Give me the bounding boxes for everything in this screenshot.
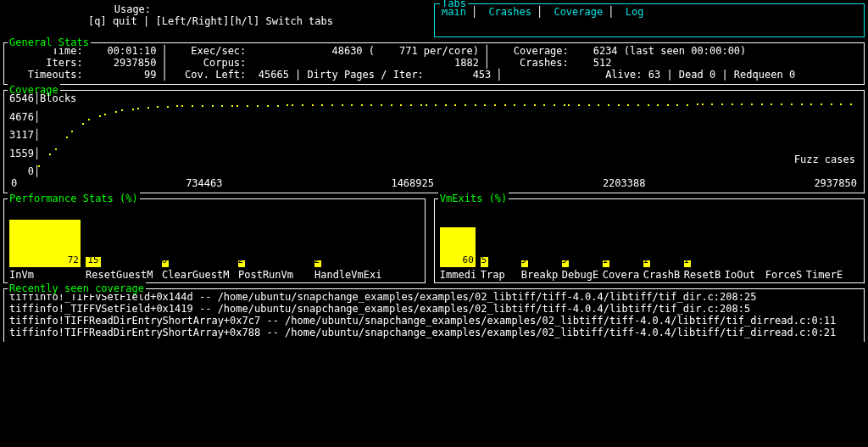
bar-col: 2PostRunVm — [238, 203, 314, 281]
tab-sep: │ — [603, 6, 619, 18]
bar-col: 2HandleVmExi — [314, 203, 391, 281]
bar-label: HandleVmExi — [314, 269, 391, 281]
stats-row: Time: 00:01:10│ Exec/sec: 48630 ( 771 pe… — [9, 45, 859, 57]
bar-col: 1ResetB — [684, 203, 725, 281]
bar-label: PostRunVm — [238, 269, 314, 281]
bar: 15 — [86, 257, 101, 267]
bar-col: IoOut — [725, 203, 765, 281]
tab-crashes[interactable]: Crashes — [488, 6, 531, 18]
stats-row: Iters: 2937850│ Corpus: 1882│ Crashes: 5… — [9, 57, 859, 69]
tab-log[interactable]: Log — [626, 6, 644, 18]
bar-col: 9Breakp — [521, 203, 562, 281]
bar-label: InVm — [9, 269, 86, 281]
tabs-box: Tabs Main│ Crashes│ Coverage│ Log — [434, 3, 865, 37]
bar-label: DebugE — [562, 269, 603, 281]
bar-col: 1Covera — [603, 203, 643, 281]
coverage-plot-area — [38, 92, 855, 165]
stats-row: Timeouts: 99│ Cov. Left: 45665 | Dirty P… — [9, 69, 859, 81]
bar-label: IoOut — [725, 269, 765, 281]
stat-cell: Exec/sec: 48630 ( 771 per/core) — [173, 45, 479, 57]
bar-col: 60Immedi — [440, 203, 481, 281]
bar: 72 — [9, 220, 81, 267]
coverage-xticks: 0734463146892522033882937850 — [9, 177, 859, 189]
bar-label: Breakp — [521, 269, 562, 281]
bar: 15 — [481, 257, 488, 267]
bar-col: 1CrashB — [643, 203, 684, 281]
panel-general-stats: General Stats Time: 00:01:10│ Exec/sec: … — [3, 42, 865, 85]
bar-label: ResetGuestM — [86, 269, 162, 281]
panel-performance: Performance Stats (%) 72InVm15ResetGuest… — [3, 198, 426, 283]
coverage-xtick: 2937850 — [814, 177, 857, 189]
bar-value: 6 — [161, 254, 167, 266]
bar-value: 15 — [87, 254, 98, 266]
bar-col: 9DebugE — [562, 203, 603, 281]
bar-col: 6ClearGuestM — [162, 203, 238, 281]
stat-cell: Timeouts: 99 — [9, 69, 156, 81]
bar-label: ClearGuestM — [162, 269, 238, 281]
tab-sep: │ — [531, 6, 548, 18]
coverage-xtick: 734463 — [186, 177, 222, 189]
usage-keys: [q] quit | [Left/Right][h/l] Switch tabs — [3, 15, 434, 27]
coverage-ytick: 4676│ — [9, 111, 40, 123]
panel-recent-coverage: Recently seen coverage tiffinfo!_TIFFVSe… — [3, 288, 865, 342]
bar-value: 15 — [476, 254, 487, 266]
coverage-ytick: 3117│ — [9, 129, 40, 141]
usage-heading: Usage: — [3, 3, 262, 15]
stat-sep: │ — [479, 57, 495, 69]
bar: 60 — [440, 227, 476, 267]
coverage-line: tiffinfo!TIFFReadDirEntryShortArray+0x7c… — [9, 315, 859, 327]
bar-value: 72 — [68, 254, 79, 266]
bar-label: Trap — [481, 269, 521, 281]
bar-value: 9 — [561, 254, 567, 266]
bar: 9 — [562, 260, 569, 267]
stat-cell: Alive: 63 | Dead 0 | Redqueen 0 — [508, 69, 796, 81]
bar: 6 — [162, 260, 169, 267]
bar-col: 15Trap — [481, 203, 521, 281]
bar-value: 2 — [237, 254, 243, 266]
stat-cell: Coverage: 6234 (last seen 00:00:00) — [495, 45, 746, 57]
bar-value: 9 — [520, 254, 526, 266]
panel-title: General Stats — [8, 36, 91, 48]
coverage-line: tiffinfo!TIFFReadDirEntryShortArray+0x78… — [9, 327, 859, 338]
bar: 1 — [643, 260, 650, 267]
bar: 2 — [238, 260, 245, 267]
bar-value: 1 — [602, 254, 608, 266]
bar-label: TimerE — [806, 269, 847, 281]
coverage-xlabel: Fuzz cases — [794, 154, 855, 165]
stat-cell: Crashes: 512 — [495, 57, 611, 69]
tab-sep: │ — [466, 6, 482, 18]
bar: 2 — [314, 260, 321, 267]
coverage-xtick: 2203388 — [603, 177, 646, 189]
usage-block: Usage: [q] quit | [Left/Right][h/l] Swit… — [3, 3, 434, 37]
bar: 9 — [521, 260, 528, 267]
coverage-ytick: 1559│ — [9, 148, 40, 159]
panel-title: Recently seen coverage — [8, 282, 146, 294]
bar-value: 1 — [683, 254, 689, 266]
panel-coverage: Coverage Blocks 6546│4676│3117│1559│ 0│ … — [3, 90, 865, 193]
bar: 1 — [603, 260, 609, 267]
tabs-title: Tabs — [440, 0, 468, 9]
stat-cell: Corpus: 1882 — [173, 57, 479, 69]
header-row: Usage: [q] quit | [Left/Right][h/l] Swit… — [3, 3, 865, 37]
bar-col: 15ResetGuestM — [86, 203, 162, 281]
bar-label: ResetB — [684, 269, 725, 281]
bar-label: CrashB — [643, 269, 684, 281]
coverage-ytick: 6546│ — [9, 92, 40, 104]
bar-col: 72InVm — [9, 203, 86, 281]
bar-value: 2 — [314, 254, 320, 266]
stat-sep: │ — [156, 69, 172, 81]
stat-sep: │ — [491, 69, 507, 81]
stat-cell: Cov. Left: 45665 | Dirty Pages / Iter: 4… — [173, 69, 492, 81]
coverage-xtick: 0 — [11, 177, 17, 189]
bar-col: TimerE — [806, 203, 847, 281]
vmexits-bar-chart: 60Immedi15Trap9Breakp9DebugE1Covera1Cras… — [440, 203, 859, 281]
bar-value: 60 — [463, 254, 474, 266]
perf-row: Performance Stats (%) 72InVm15ResetGuest… — [3, 198, 865, 283]
tab-coverage[interactable]: Coverage — [554, 6, 603, 18]
stat-sep: │ — [156, 45, 172, 57]
bar: 1 — [684, 260, 691, 267]
coverage-ytick: 0│ — [9, 165, 40, 177]
stat-sep: │ — [156, 57, 172, 69]
panel-vmexits: VmExits (%) 60Immedi15Trap9Breakp9DebugE… — [434, 198, 865, 283]
bar-col: ForceS — [765, 203, 806, 281]
